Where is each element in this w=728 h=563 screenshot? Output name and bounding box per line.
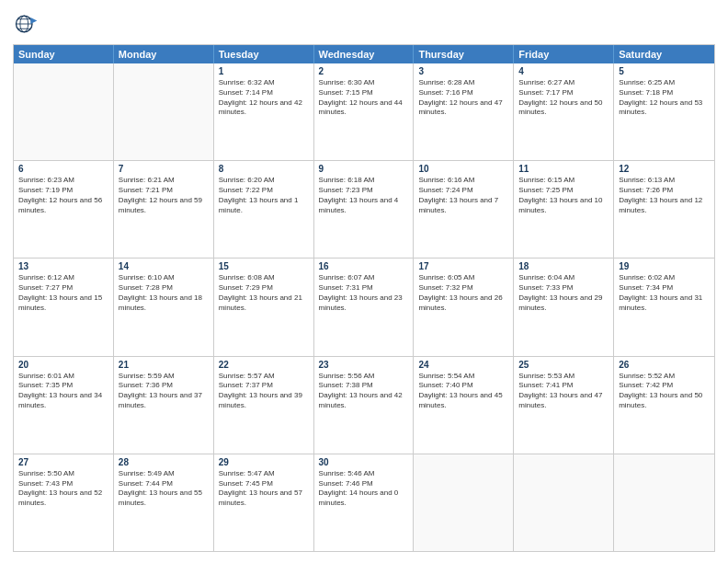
day-cell-11: 11Sunrise: 6:15 AM Sunset: 7:25 PM Dayli… — [514, 161, 614, 258]
day-info: Sunrise: 6:15 AM Sunset: 7:25 PM Dayligh… — [518, 176, 609, 215]
day-cell-24: 24Sunrise: 5:54 AM Sunset: 7:40 PM Dayli… — [414, 357, 514, 454]
day-info: Sunrise: 6:01 AM Sunset: 7:35 PM Dayligh… — [18, 372, 108, 411]
day-cell-28: 28Sunrise: 5:49 AM Sunset: 7:44 PM Dayli… — [114, 454, 214, 551]
header-day-sunday: Sunday — [14, 45, 114, 63]
day-number: 16 — [319, 261, 409, 271]
day-info: Sunrise: 5:59 AM Sunset: 7:36 PM Dayligh… — [119, 372, 209, 411]
day-cell-4: 4Sunrise: 6:27 AM Sunset: 7:17 PM Daylig… — [514, 63, 614, 160]
empty-cell-4-4 — [414, 454, 514, 551]
day-number: 17 — [418, 261, 508, 271]
day-cell-8: 8Sunrise: 6:20 AM Sunset: 7:22 PM Daylig… — [214, 161, 314, 258]
day-info: Sunrise: 6:04 AM Sunset: 7:33 PM Dayligh… — [518, 273, 609, 313]
day-cell-23: 23Sunrise: 5:56 AM Sunset: 7:38 PM Dayli… — [314, 357, 415, 454]
day-info: Sunrise: 6:23 AM Sunset: 7:19 PM Dayligh… — [18, 176, 108, 215]
day-cell-21: 21Sunrise: 5:59 AM Sunset: 7:36 PM Dayli… — [114, 357, 214, 454]
day-cell-3: 3Sunrise: 6:28 AM Sunset: 7:16 PM Daylig… — [414, 63, 514, 160]
calendar: SundayMondayTuesdayWednesdayThursdayFrid… — [13, 44, 715, 552]
week-row-4: 27Sunrise: 5:50 AM Sunset: 7:43 PM Dayli… — [14, 454, 714, 551]
empty-cell-0-0 — [14, 63, 114, 160]
day-cell-5: 5Sunrise: 6:25 AM Sunset: 7:18 PM Daylig… — [614, 63, 714, 160]
day-info: Sunrise: 6:21 AM Sunset: 7:21 PM Dayligh… — [119, 176, 209, 215]
day-cell-10: 10Sunrise: 6:16 AM Sunset: 7:24 PM Dayli… — [414, 161, 514, 258]
day-number: 12 — [619, 164, 710, 174]
calendar-header: SundayMondayTuesdayWednesdayThursdayFrid… — [14, 45, 714, 63]
day-number: 8 — [219, 164, 309, 174]
header-day-monday: Monday — [114, 45, 214, 63]
day-cell-27: 27Sunrise: 5:50 AM Sunset: 7:43 PM Dayli… — [14, 454, 114, 551]
day-info: Sunrise: 6:20 AM Sunset: 7:22 PM Dayligh… — [219, 176, 309, 215]
day-cell-19: 19Sunrise: 6:02 AM Sunset: 7:34 PM Dayli… — [614, 259, 714, 355]
day-cell-6: 6Sunrise: 6:23 AM Sunset: 7:19 PM Daylig… — [14, 161, 114, 258]
day-info: Sunrise: 6:25 AM Sunset: 7:18 PM Dayligh… — [619, 78, 710, 118]
day-number: 13 — [18, 261, 108, 271]
day-number: 29 — [219, 457, 309, 467]
day-info: Sunrise: 6:32 AM Sunset: 7:14 PM Dayligh… — [219, 78, 309, 118]
day-info: Sunrise: 5:47 AM Sunset: 7:45 PM Dayligh… — [219, 469, 309, 509]
day-number: 21 — [119, 360, 209, 370]
week-row-0: 1Sunrise: 6:32 AM Sunset: 7:14 PM Daylig… — [14, 63, 714, 160]
week-row-3: 20Sunrise: 6:01 AM Sunset: 7:35 PM Dayli… — [14, 356, 714, 454]
day-number: 1 — [219, 66, 309, 76]
day-number: 14 — [119, 261, 209, 271]
day-cell-26: 26Sunrise: 5:52 AM Sunset: 7:42 PM Dayli… — [614, 357, 714, 454]
day-info: Sunrise: 5:57 AM Sunset: 7:37 PM Dayligh… — [219, 372, 309, 411]
header-day-tuesday: Tuesday — [214, 45, 314, 63]
day-cell-7: 7Sunrise: 6:21 AM Sunset: 7:21 PM Daylig… — [114, 161, 214, 258]
day-info: Sunrise: 5:49 AM Sunset: 7:44 PM Dayligh… — [119, 469, 209, 509]
day-cell-1: 1Sunrise: 6:32 AM Sunset: 7:14 PM Daylig… — [214, 63, 314, 160]
day-number: 10 — [418, 164, 508, 174]
day-info: Sunrise: 6:28 AM Sunset: 7:16 PM Dayligh… — [418, 78, 508, 118]
day-info: Sunrise: 6:13 AM Sunset: 7:26 PM Dayligh… — [619, 176, 710, 215]
day-info: Sunrise: 5:52 AM Sunset: 7:42 PM Dayligh… — [619, 372, 710, 411]
empty-cell-4-6 — [614, 454, 714, 551]
day-number: 4 — [518, 66, 609, 76]
day-number: 25 — [518, 360, 609, 370]
day-cell-14: 14Sunrise: 6:10 AM Sunset: 7:28 PM Dayli… — [114, 259, 214, 355]
day-info: Sunrise: 6:27 AM Sunset: 7:17 PM Dayligh… — [518, 78, 609, 118]
day-info: Sunrise: 5:54 AM Sunset: 7:40 PM Dayligh… — [418, 372, 508, 411]
day-number: 28 — [119, 457, 209, 467]
day-info: Sunrise: 6:02 AM Sunset: 7:34 PM Dayligh… — [619, 273, 710, 313]
day-number: 30 — [319, 457, 409, 467]
day-number: 19 — [619, 261, 710, 271]
calendar-body: 1Sunrise: 6:32 AM Sunset: 7:14 PM Daylig… — [14, 63, 714, 551]
day-number: 5 — [619, 66, 710, 76]
header-day-friday: Friday — [514, 45, 614, 63]
day-info: Sunrise: 6:08 AM Sunset: 7:29 PM Dayligh… — [219, 273, 309, 313]
empty-cell-0-1 — [114, 63, 214, 160]
day-number: 7 — [119, 164, 209, 174]
day-info: Sunrise: 5:46 AM Sunset: 7:46 PM Dayligh… — [319, 469, 409, 509]
day-number: 15 — [219, 261, 309, 271]
day-info: Sunrise: 6:16 AM Sunset: 7:24 PM Dayligh… — [418, 176, 508, 215]
day-info: Sunrise: 6:10 AM Sunset: 7:28 PM Dayligh… — [119, 273, 209, 313]
day-number: 22 — [219, 360, 309, 370]
week-row-2: 13Sunrise: 6:12 AM Sunset: 7:27 PM Dayli… — [14, 258, 714, 355]
day-cell-22: 22Sunrise: 5:57 AM Sunset: 7:37 PM Dayli… — [214, 357, 314, 454]
header — [13, 11, 715, 37]
day-cell-13: 13Sunrise: 6:12 AM Sunset: 7:27 PM Dayli… — [14, 259, 114, 355]
header-day-thursday: Thursday — [414, 45, 514, 63]
day-number: 18 — [518, 261, 609, 271]
day-number: 27 — [18, 457, 108, 467]
day-cell-12: 12Sunrise: 6:13 AM Sunset: 7:26 PM Dayli… — [614, 161, 714, 258]
page: SundayMondayTuesdayWednesdayThursdayFrid… — [0, 0, 728, 563]
day-cell-2: 2Sunrise: 6:30 AM Sunset: 7:15 PM Daylig… — [314, 63, 415, 160]
day-number: 9 — [319, 164, 409, 174]
day-number: 24 — [418, 360, 508, 370]
day-info: Sunrise: 6:07 AM Sunset: 7:31 PM Dayligh… — [319, 273, 409, 313]
day-number: 11 — [518, 164, 609, 174]
day-number: 6 — [18, 164, 108, 174]
day-cell-15: 15Sunrise: 6:08 AM Sunset: 7:29 PM Dayli… — [214, 259, 314, 355]
day-number: 3 — [418, 66, 508, 76]
day-cell-16: 16Sunrise: 6:07 AM Sunset: 7:31 PM Dayli… — [314, 259, 415, 355]
day-cell-29: 29Sunrise: 5:47 AM Sunset: 7:45 PM Dayli… — [214, 454, 314, 551]
day-cell-17: 17Sunrise: 6:05 AM Sunset: 7:32 PM Dayli… — [414, 259, 514, 355]
day-info: Sunrise: 5:56 AM Sunset: 7:38 PM Dayligh… — [319, 372, 409, 411]
week-row-1: 6Sunrise: 6:23 AM Sunset: 7:19 PM Daylig… — [14, 160, 714, 258]
logo — [13, 11, 42, 37]
day-number: 2 — [319, 66, 409, 76]
header-day-saturday: Saturday — [614, 45, 714, 63]
day-info: Sunrise: 6:05 AM Sunset: 7:32 PM Dayligh… — [418, 273, 508, 313]
day-info: Sunrise: 6:18 AM Sunset: 7:23 PM Dayligh… — [319, 176, 409, 215]
day-cell-9: 9Sunrise: 6:18 AM Sunset: 7:23 PM Daylig… — [314, 161, 415, 258]
